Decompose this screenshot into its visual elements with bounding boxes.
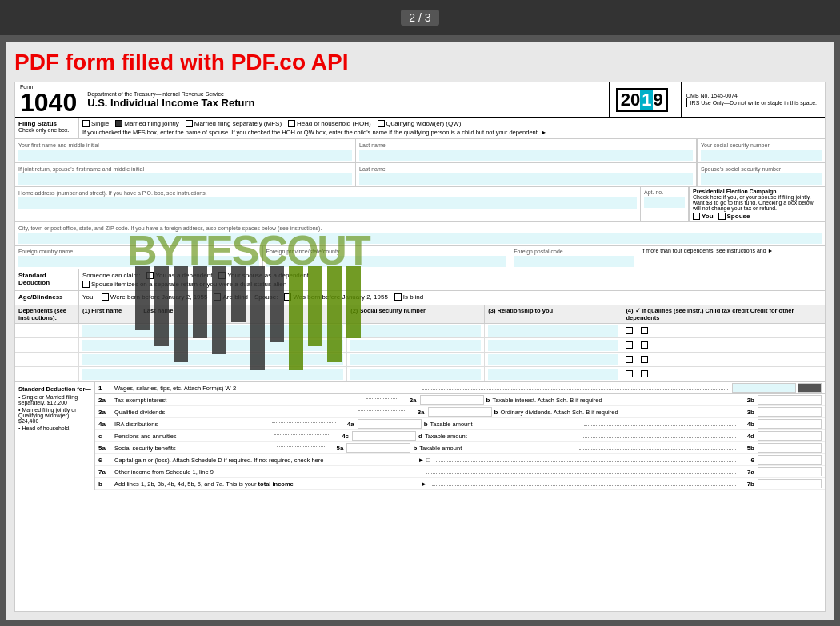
line-2a-box[interactable] [420,395,484,405]
line-7a-box[interactable] [758,467,822,476]
line-2b-box[interactable] [758,395,822,405]
campaign-spouse-checkbox[interactable] [718,213,726,220]
first-name-value[interactable] [18,150,352,161]
line-4a-num: 4a [98,421,114,428]
income-section: Standard Deduction for— • Single or Marr… [15,381,825,490]
form-container: Form 1040 Department of the Treasury—Int… [14,82,826,612]
foreign-postal-cell: Foreign postal code [510,246,638,269]
total-pages: 3 [425,11,431,24]
filing-qw[interactable]: Qualifying widow(er) (QW) [378,120,462,127]
dep-col-ssn: (2) Social security number [347,305,485,323]
hoh-checkbox[interactable] [288,120,295,127]
born-before-checkbox[interactable] [102,293,109,301]
spouse-dep-checkbox[interactable] [218,272,226,279]
ssn-cell: Your social security number [697,139,825,162]
apt-value[interactable] [644,197,685,208]
foreign-country-label: Foreign country name [18,249,73,254]
qw-label: Qualifying widow(er) (QW) [386,120,462,127]
dependents-header: Dependents (see instructions): (1) First… [15,305,825,324]
year-suffix: 9 [653,90,662,110]
dep2-child-cb[interactable] [626,341,633,349]
line-4b-box[interactable] [758,419,822,429]
filing-mfs[interactable]: Married filing separately (MFS) [186,120,282,127]
line-4d-d: d [418,433,422,440]
last-name-value[interactable] [359,150,693,161]
dep4-other-cb[interactable] [641,370,648,377]
line-1-box[interactable] [732,383,796,393]
single-checkbox[interactable] [82,120,90,127]
spouse-blind-label: Is blind [403,293,423,301]
filing-single[interactable]: Single [82,120,109,127]
you-dep-item[interactable]: You as a dependent [146,272,212,279]
last-name-cell: Last name [356,139,697,162]
line-5b-box[interactable] [758,443,822,453]
campaign-you[interactable]: You [693,213,714,220]
dep1-child-cb[interactable] [626,327,633,334]
spouse-ssn-value[interactable] [701,173,822,185]
campaign-you-label: You [702,213,714,220]
line-4d-box[interactable] [758,431,822,441]
line-3a-box[interactable] [428,407,492,417]
line-3a-num: 3a [98,409,114,416]
campaign-spouse[interactable]: Spouse [718,213,750,220]
income-line-3: 3a Qualified dividends 3a b Ordinary div… [95,406,825,418]
qw-checkbox[interactable] [378,120,385,127]
ssn-value[interactable] [701,150,822,161]
hoh-label: Head of household (HOH) [297,120,371,127]
joint-last-cell: Last name [356,163,697,186]
campaign-you-checkbox[interactable] [693,213,700,220]
spouse-itemize-item[interactable]: Spouse itemizes on a separate return or … [82,281,822,288]
married-jointly-label: Married filing jointly [124,120,178,127]
line-1-dots [422,389,728,390]
foreign-province-value[interactable] [266,256,507,267]
line-4c-box[interactable] [352,431,416,441]
mfs-label: Married filing separately (MFS) [194,120,282,127]
dep3-child-cb[interactable] [626,356,633,363]
married-jointly-checkbox[interactable] [115,120,122,127]
dep2-other-cb[interactable] [641,341,648,349]
filing-hoh[interactable]: Head of household (HOH) [288,120,371,127]
filing-married-jointly[interactable]: Married filing jointly [115,120,178,127]
dep1-other-cb[interactable] [641,327,648,334]
standard-deduction-content: Someone can claim: You as a dependent Yo… [79,269,825,290]
spouse-born-label: Was born before January 2, 1955 [293,293,387,301]
line-4a-box[interactable] [358,419,422,429]
dep-col-rel: (3) Relationship to you [485,305,622,323]
line-7b-num: b [98,480,114,488]
spouse-born-checkbox[interactable] [284,293,291,301]
home-address-value[interactable] [18,197,637,209]
city-value[interactable] [18,233,822,244]
blind-checkbox[interactable] [214,293,221,301]
spouse-born-item[interactable]: Was born before January 2, 1955 [284,293,387,301]
dep3-other-cb[interactable] [641,356,648,363]
joint-last-value[interactable] [359,173,693,185]
line-3b-box[interactable] [758,407,822,417]
home-address-label: Home address (number and street). If you… [18,190,207,196]
line-7b-box[interactable] [758,479,822,488]
income-line-6: 6 Capital gain or (loss). Attach Schedul… [95,454,825,466]
return-title: U.S. Individual Income Tax Return [87,97,603,109]
spouse-dep-item[interactable]: Your spouse as a dependent [218,272,309,279]
line-3a-label: 3a [409,409,425,416]
spouse-dep-label: Your spouse as a dependent [227,272,309,279]
line-6-box[interactable] [758,455,822,465]
line-2b-desc: Taxable interest. Attach Sch. B if requi… [492,397,738,404]
std-ded-item-2: • Married filing jointly or Qualifying w… [18,407,91,424]
spouse-blind-item[interactable]: Is blind [394,293,423,301]
born-before-item[interactable]: Were born before January 2, 1955 [102,293,208,301]
foreign-postal-value[interactable] [514,256,634,267]
you-dep-checkbox[interactable] [146,272,154,279]
spouse-blind-checkbox[interactable] [394,293,402,301]
line-5a-box[interactable] [346,443,410,453]
age-content: You: Were born before January 2, 1955 Ar… [79,291,825,305]
joint-first-value[interactable] [18,173,352,185]
dep4-child-cb[interactable] [626,370,633,377]
mfs-checkbox[interactable] [186,120,193,127]
line-4c-num: c [98,433,114,440]
blind-item[interactable]: Are blind [214,293,248,301]
line-7a-label: 7a [738,469,754,476]
spouse-itemize-checkbox[interactable] [82,281,90,288]
irs-use-text: IRS Use Only—Do not write or staple in t… [686,98,820,107]
line-5b-label: 5b [738,445,754,452]
foreign-country-value[interactable] [18,256,259,267]
